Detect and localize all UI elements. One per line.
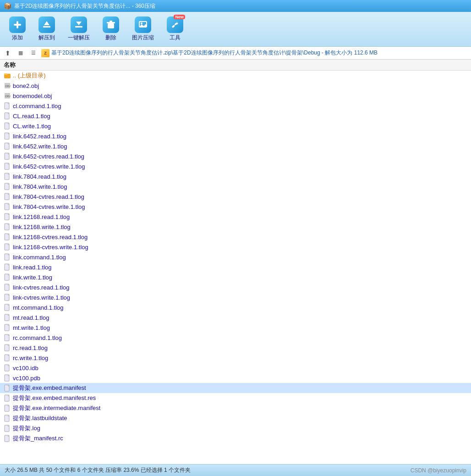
file-icon (4, 223, 11, 230)
file-name: link.7804.read.1.tlog (13, 173, 66, 180)
file-row[interactable]: link.6452-cvtres.read.1.tlog (0, 151, 471, 161)
onekey-button[interactable]: 一键解压 (63, 15, 94, 44)
file-icon (4, 253, 11, 261)
file-row[interactable]: CL.write.1.tlog (0, 121, 471, 131)
file-icon (4, 435, 11, 442)
tools-button[interactable]: New 工具 (162, 15, 188, 44)
file-row[interactable]: rc.command.1.tlog (0, 333, 471, 343)
file-name: vc100.idb (13, 365, 38, 372)
file-row[interactable]: 提骨架.exe.embed.manifest (0, 383, 471, 393)
svg-marker-11 (139, 24, 147, 27)
file-icon (4, 274, 11, 281)
file-row[interactable]: OBJbone2.obj (0, 81, 471, 91)
file-icon (4, 122, 11, 130)
file-row[interactable]: OBJbonemodel.obj (0, 91, 471, 101)
file-row[interactable]: rc.read.1.tlog (0, 343, 471, 353)
file-row[interactable]: vc100.idb (0, 363, 471, 373)
new-badge: New (174, 15, 185, 19)
nav-back-button[interactable]: ⬆ (3, 48, 13, 58)
file-row[interactable]: 提骨架.log (0, 423, 471, 433)
file-row[interactable]: vc100.pdb (0, 373, 471, 383)
file-icon (4, 405, 11, 412)
toolbar: 添加 解压到 一键解压 删除 (0, 12, 471, 47)
add-button[interactable]: 添加 (5, 15, 30, 44)
imgcompress-icon (135, 16, 151, 33)
svg-rect-13 (4, 75, 7, 76)
file-name: link.write.1.tlog (13, 274, 52, 281)
address-path[interactable]: Z 基于2D连续图像序列的行人骨架关节角度估计.zip\基于2D连续图像序列的行… (41, 49, 468, 57)
tools-label: 工具 (170, 34, 181, 42)
delete-button[interactable]: 删除 (98, 15, 124, 44)
address-path-text: 基于2D连续图像序列的行人骨架关节角度估计.zip\基于2D连续图像序列的行人骨… (51, 49, 378, 57)
nav-list-button[interactable]: ▦ (16, 48, 26, 58)
svg-marker-3 (44, 21, 49, 25)
file-icon (4, 233, 11, 241)
title-bar: 📦 基于2D连续图像序列的行人骨架关节角度估计... - 360压缩 (0, 0, 471, 12)
file-row[interactable]: 提骨架_manifest.rc (0, 433, 471, 443)
file-row[interactable]: mt.command.1.tlog (0, 302, 471, 312)
file-name: link.12168.write.1.tlog (13, 224, 71, 230)
file-name: 提骨架.log (13, 424, 40, 432)
file-name: link.7804.write.1.tlog (13, 183, 67, 190)
status-info: 大小 26.5 MB 共 50 个文件和 6 个文件夹 压缩率 23.6% 已经… (5, 466, 191, 474)
file-row[interactable]: link.12168.read.1.tlog (0, 212, 471, 222)
file-name: 提骨架.exe.intermediate.manifest (13, 404, 100, 412)
extract-label: 解压到 (38, 34, 55, 42)
nav-detail-button[interactable]: ☰ (28, 48, 38, 58)
file-row[interactable]: link.read.1.tlog (0, 262, 471, 272)
file-name: mt.write.1.tlog (13, 324, 50, 331)
onekey-label: 一键解压 (68, 34, 90, 42)
file-name: rc.command.1.tlog (13, 334, 62, 341)
file-icon (4, 334, 11, 341)
onekey-icon (71, 16, 87, 33)
file-row[interactable]: .. (上级目录) (0, 71, 471, 81)
file-row[interactable]: link.12168-cvtres.read.1.tlog (0, 232, 471, 242)
file-name: mt.read.1.tlog (13, 314, 49, 321)
file-name: link.read.1.tlog (13, 264, 52, 271)
file-row[interactable]: link.7804-cvtres.write.1.tlog (0, 202, 471, 212)
svg-rect-6 (108, 23, 114, 28)
file-row[interactable]: rc.write.1.tlog (0, 353, 471, 363)
extract-button[interactable]: 解压到 (34, 15, 60, 44)
file-row[interactable]: link.command.1.tlog (0, 252, 471, 262)
file-icon (4, 213, 11, 220)
file-row[interactable]: link.write.1.tlog (0, 272, 471, 282)
svg-rect-7 (107, 22, 115, 23)
file-row[interactable]: 提骨架.lastbuildstate (0, 413, 471, 423)
svg-point-10 (141, 22, 142, 24)
file-row[interactable]: link.7804.read.1.tlog (0, 171, 471, 181)
file-name: cl.command.1.tlog (13, 103, 61, 109)
file-row[interactable]: link.7804-cvtres.read.1.tlog (0, 191, 471, 202)
window-title: 基于2D连续图像序列的行人骨架关节角度估计... - 360压缩 (14, 2, 155, 10)
file-icon (4, 142, 11, 150)
file-row[interactable]: link.6452.write.1.tlog (0, 141, 471, 151)
file-row[interactable]: 提骨架.exe.intermediate.manifest (0, 403, 471, 413)
file-row[interactable]: link-cvtres.read.1.tlog (0, 282, 471, 292)
file-row[interactable]: mt.read.1.tlog (0, 312, 471, 323)
file-row[interactable]: link.7804.write.1.tlog (0, 181, 471, 191)
file-icon (4, 415, 11, 422)
file-name: link-cvtres.write.1.tlog (13, 294, 70, 301)
file-row[interactable]: link.12168-cvtres.write.1.tlog (0, 242, 471, 252)
file-row[interactable]: link.12168.write.1.tlog (0, 222, 471, 232)
svg-rect-2 (43, 26, 50, 27)
add-label: 添加 (12, 34, 23, 42)
file-icon (4, 102, 11, 109)
svg-rect-14 (4, 73, 7, 75)
file-row[interactable]: 提骨架.exe.embed.manifest.res (0, 393, 471, 403)
file-row[interactable]: mt.write.1.tlog (0, 323, 471, 333)
file-name: link.command.1.tlog (13, 254, 66, 261)
file-icon (4, 324, 11, 331)
file-name: link.6452.read.1.tlog (13, 133, 66, 140)
file-name: link-cvtres.read.1.tlog (13, 284, 70, 291)
status-bar: 大小 26.5 MB 共 50 个文件和 6 个文件夹 压缩率 23.6% 已经… (0, 464, 471, 476)
file-row[interactable]: cl.command.1.tlog (0, 101, 471, 111)
file-row[interactable]: link.6452-cvtres.write.1.tlog (0, 161, 471, 171)
file-row[interactable]: CL.read.1.tlog (0, 111, 471, 121)
file-icon (4, 294, 11, 301)
file-row[interactable]: link.6452.read.1.tlog (0, 131, 471, 141)
imgcompress-button[interactable]: 图片压缩 (127, 15, 159, 44)
file-row[interactable]: link-cvtres.write.1.tlog (0, 292, 471, 302)
file-name: bonemodel.obj (13, 93, 52, 99)
name-column-header: 名称 (4, 61, 16, 69)
